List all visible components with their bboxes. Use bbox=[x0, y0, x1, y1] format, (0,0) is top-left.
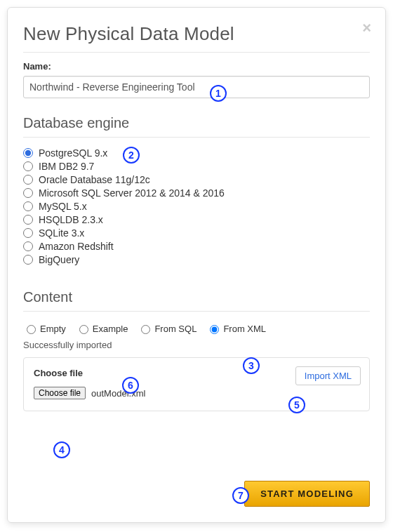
engine-label: MySQL 5.x bbox=[39, 201, 87, 212]
start-modeling-button[interactable]: START MODELING bbox=[244, 481, 370, 507]
content-radio-fromsql[interactable] bbox=[141, 325, 150, 334]
content-label: Empty bbox=[40, 324, 66, 334]
choose-file-button[interactable]: Choose file bbox=[34, 387, 86, 399]
engine-radio-bigquery[interactable] bbox=[23, 255, 33, 265]
engine-radio-postgresql[interactable] bbox=[23, 148, 33, 158]
content-radios: Empty Example From SQL From XML bbox=[23, 323, 370, 334]
content-radio-empty[interactable] bbox=[27, 325, 36, 334]
engine-radio-mssql[interactable] bbox=[23, 188, 33, 198]
engine-radio-db2[interactable] bbox=[23, 161, 33, 171]
section-engine-title: Database engine bbox=[23, 115, 370, 138]
engine-radio-redshift[interactable] bbox=[23, 241, 33, 251]
dialog-title: New Physical Data Model bbox=[23, 23, 370, 53]
engine-radio-hsqldb[interactable] bbox=[23, 215, 33, 225]
content-label: From XML bbox=[223, 324, 266, 334]
content-label: From SQL bbox=[154, 324, 196, 334]
file-panel: Choose file Import XML Choose file outMo… bbox=[23, 357, 370, 411]
content-label: Example bbox=[93, 324, 128, 334]
import-status: Successfully imported bbox=[23, 340, 370, 350]
engine-radio-mysql[interactable] bbox=[23, 201, 33, 211]
name-input[interactable] bbox=[23, 76, 370, 98]
engine-list: PostgreSQL 9.x IBM DB2 9.7 Oracle Databa… bbox=[23, 147, 370, 265]
engine-radio-oracle[interactable] bbox=[23, 175, 33, 185]
content-radio-fromxml[interactable] bbox=[210, 325, 219, 334]
engine-label: HSQLDB 2.3.x bbox=[39, 214, 103, 225]
engine-radio-sqlite[interactable] bbox=[23, 228, 33, 238]
engine-label: Oracle Database 11g/12c bbox=[39, 174, 150, 185]
engine-label: PostgreSQL 9.x bbox=[39, 147, 107, 159]
section-content-title: Content bbox=[23, 289, 370, 312]
engine-label: Microsoft SQL Server 2012 & 2014 & 2016 bbox=[39, 187, 225, 199]
import-xml-button[interactable]: Import XML bbox=[295, 366, 361, 385]
close-icon[interactable]: × bbox=[362, 20, 371, 36]
engine-label: BigQuery bbox=[39, 254, 79, 265]
engine-label: SQLite 3.x bbox=[39, 227, 84, 239]
annotation-4: 4 bbox=[53, 441, 70, 458]
chosen-file-name: outModel.xml bbox=[91, 388, 145, 399]
engine-label: IBM DB2 9.7 bbox=[39, 161, 94, 172]
engine-label: Amazon Redshift bbox=[39, 241, 114, 252]
name-label: Name: bbox=[23, 61, 370, 72]
content-radio-example[interactable] bbox=[79, 325, 88, 334]
dialog-new-model: × New Physical Data Model Name: Database… bbox=[7, 7, 386, 523]
